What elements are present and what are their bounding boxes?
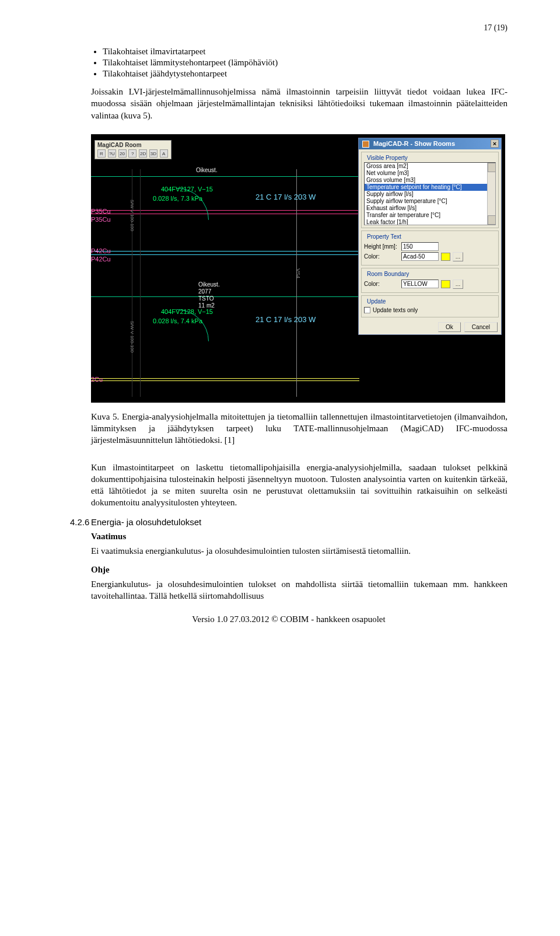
visible-property-section: Visible Property Gross area [m2] Net vol… <box>361 152 499 228</box>
close-icon[interactable]: × <box>491 139 499 148</box>
list-item[interactable]: Supply airflow temperature [°C] <box>365 198 495 205</box>
subheading-ohje: Ohje <box>91 565 508 575</box>
list-item[interactable]: Leak factor [1/h] <box>365 219 495 225</box>
bullet-item: Tilakohtaiset lämmitystehontarpeet (lämp… <box>103 58 508 68</box>
property-listbox[interactable]: Gross area [m2] Net volume [m3] Gross vo… <box>364 162 496 225</box>
big-readout: 21 C 17 l/s 203 W <box>256 315 316 324</box>
checkbox-label: Update texts only <box>373 307 418 313</box>
section-label: Property Text <box>365 233 403 240</box>
cad-screenshot: MagiCAD Room R ?U 20 ? 2D 3D A Oikeust. … <box>91 134 505 403</box>
color-swatch <box>441 253 450 261</box>
cancel-button[interactable]: Cancel <box>464 322 498 332</box>
update-texts-checkbox[interactable] <box>364 307 370 313</box>
boundary-color-label: Color: <box>364 281 399 287</box>
list-item[interactable]: Exhaust airflow [l/s] <box>365 205 495 212</box>
figure-caption: Kuva 5. Energia-analyysiohjelmalla mitoi… <box>91 411 508 446</box>
room-label: Oikeust. <box>196 167 218 173</box>
browse-button[interactable]: … <box>453 252 463 261</box>
big-readout: 21 C 17 l/s 203 W <box>256 193 316 202</box>
intro-paragraph: Joissakin LVI-järjestelmämallinnusohjelm… <box>91 86 508 121</box>
toolbar-icon[interactable]: ?U <box>108 149 116 158</box>
list-item[interactable]: Supply airflow [l/s] <box>365 191 495 198</box>
room-type: TSTO <box>198 295 214 302</box>
list-item[interactable]: Net volume [m3] <box>365 170 495 177</box>
room-number: 2077 <box>198 288 211 295</box>
toolbar-icon[interactable]: R <box>97 149 106 158</box>
flow-label: 0.028 l/s, 7.3 kPa <box>153 195 202 202</box>
pipe-label: 2Cu <box>91 376 103 383</box>
bullet-list: Tilakohtaiset ilmavirtatarpeet Tilakohta… <box>103 47 508 79</box>
section-label: Update <box>365 298 387 305</box>
property-text-section: Property Text Height [mm]: Color: … <box>361 230 499 266</box>
duct-line-label: 404FV2127, V−15 <box>161 186 213 193</box>
sw-label: S/W V 100-100 <box>130 200 135 231</box>
body-paragraph: Kun ilmastointitarpeet on laskettu tieto… <box>91 462 508 509</box>
color-label: Color: <box>364 253 399 260</box>
flow-label: 0.028 l/s, 7.4 kPa <box>153 317 202 324</box>
magicad-toolbar[interactable]: MagiCAD Room R ?U 20 ? 2D 3D A <box>94 140 172 159</box>
toolbar-title: MagiCAD Room <box>97 142 169 148</box>
scrollbar[interactable] <box>487 163 495 225</box>
pipe-label: P42Cu <box>91 247 111 254</box>
axis-label: VS4 <box>295 268 301 278</box>
subheading-vaatimus: Vaatimus <box>91 532 508 542</box>
height-label: Height [mm]: <box>364 243 399 250</box>
list-item[interactable]: Gross area [m2] <box>365 163 495 170</box>
list-item-selected[interactable]: Temperature setpoint for heating [°C] <box>365 184 495 191</box>
update-section: Update Update texts only <box>361 295 499 317</box>
sw-label: S/W V 100-100 <box>130 321 135 352</box>
page-number: 17 (19) <box>70 23 508 33</box>
app-icon <box>362 141 369 148</box>
height-field[interactable] <box>401 242 439 251</box>
browse-button[interactable]: … <box>453 280 463 289</box>
color-field[interactable] <box>401 252 439 261</box>
color-swatch <box>441 280 450 288</box>
dialog-titlebar[interactable]: MagiCAD-R - Show Rooms × <box>359 138 501 149</box>
list-item[interactable]: Gross volume [m3] <box>365 177 495 184</box>
room-label: Oikeust. <box>198 281 220 288</box>
section-label: Room Boundary <box>365 271 411 277</box>
page-footer: Versio 1.0 27.03.2012 © COBIM - hankkeen… <box>70 614 508 624</box>
boundary-color-field[interactable] <box>401 280 439 288</box>
toolbar-icon[interactable]: ? <box>128 149 136 158</box>
toolbar-icon[interactable]: 3D <box>149 149 158 158</box>
room-boundary-section: Room Boundary Color: … <box>361 268 499 293</box>
bullet-item: Tilakohtaiset jäähdytystehontarpeet <box>103 69 508 79</box>
pipe-label: P35Cu <box>91 216 111 223</box>
section-number: 4.2.6 <box>70 517 89 527</box>
list-item[interactable]: Transfer air temperature [°C] <box>365 212 495 219</box>
toolbar-icon[interactable]: 20 <box>118 149 127 158</box>
toolbar-icon[interactable]: A <box>160 149 168 158</box>
show-rooms-dialog: MagiCAD-R - Show Rooms × Visible Propert… <box>358 138 502 335</box>
pipe-label: P35Cu <box>91 208 111 215</box>
section-heading: Energia- ja olosuhdetulokset <box>91 517 508 527</box>
duct-line-label: 404FV2128, V−15 <box>161 308 213 315</box>
ohje-text: Energiankulutus- ja olosuhdesimulointien… <box>91 578 508 602</box>
toolbar-icon[interactable]: 2D <box>139 149 147 158</box>
section-label: Visible Property <box>365 155 410 161</box>
ok-button[interactable]: Ok <box>438 322 461 332</box>
vaatimus-text: Ei vaatimuksia energiankulutus- ja olosu… <box>91 545 508 557</box>
bullet-item: Tilakohtaiset ilmavirtatarpeet <box>103 47 508 57</box>
dialog-title-text: MagiCAD-R - Show Rooms <box>373 140 455 147</box>
pipe-label: P42Cu <box>91 256 111 263</box>
